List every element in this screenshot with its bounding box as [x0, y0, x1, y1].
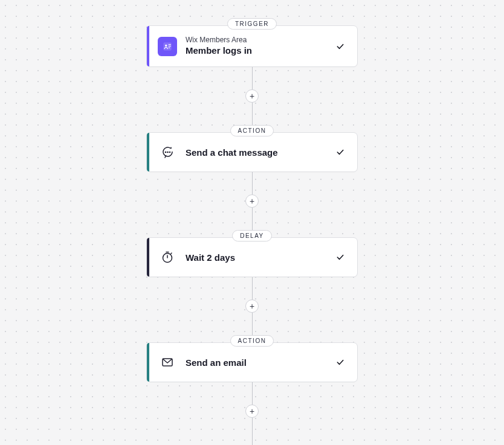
add-step-button[interactable]: +: [245, 89, 259, 103]
chat-icon: [158, 142, 177, 162]
delay-card[interactable]: Wait 2 days: [146, 237, 358, 277]
connector-line: [252, 207, 253, 230]
stopwatch-icon: [158, 248, 177, 267]
connector-line: [252, 312, 253, 335]
step-badge-delay: DELAY: [232, 230, 272, 242]
svg-rect-4: [169, 47, 170, 48]
connector-line: [252, 102, 253, 125]
card-accent: [147, 238, 149, 277]
check-icon: [334, 42, 346, 51]
check-icon: [334, 357, 346, 367]
step-title: Member logs in: [186, 45, 334, 57]
svg-rect-2: [169, 44, 172, 45]
connector-line: [252, 172, 253, 195]
connector-line: [252, 382, 253, 405]
email-icon: [158, 353, 177, 372]
step-badge-action: ACTION: [230, 335, 274, 347]
action-card-email[interactable]: Send an email: [146, 342, 358, 382]
svg-point-7: [169, 152, 170, 153]
step-badge-trigger: TRIGGER: [227, 18, 277, 30]
connector-line: [252, 277, 253, 300]
check-icon: [334, 147, 346, 157]
svg-point-1: [165, 44, 167, 46]
card-accent: [147, 343, 149, 382]
connector-line: [252, 417, 253, 445]
step-subtitle: Wix Members Area: [186, 36, 334, 44]
svg-point-6: [167, 152, 168, 153]
step-title: Send an email: [186, 357, 334, 368]
svg-rect-3: [169, 45, 172, 46]
action-card-chat[interactable]: Send a chat message: [146, 132, 358, 172]
card-accent: [147, 133, 149, 171]
step-title: Send a chat message: [186, 147, 334, 158]
add-step-button[interactable]: +: [245, 299, 259, 313]
automation-flow-canvas: TRIGGER Wix Members Area Member logs in: [0, 0, 504, 445]
step-badge-action: ACTION: [230, 125, 274, 136]
card-accent: [147, 26, 149, 66]
trigger-card[interactable]: Wix Members Area Member logs in: [146, 25, 358, 67]
step-title: Wait 2 days: [186, 252, 334, 263]
add-step-button[interactable]: +: [245, 405, 259, 418]
app-icon-members: [158, 37, 177, 56]
svg-point-5: [165, 152, 166, 153]
add-step-button[interactable]: +: [245, 194, 259, 208]
check-icon: [334, 252, 346, 262]
connector-line: [252, 67, 253, 90]
